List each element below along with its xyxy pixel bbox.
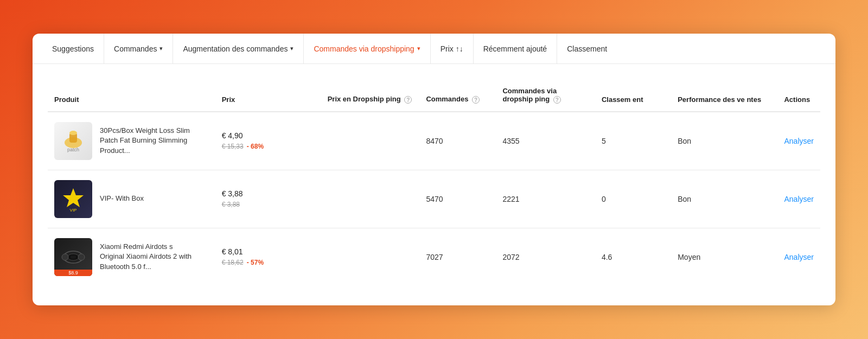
nav-augmentation[interactable]: Augmentation des commandes ▾ <box>173 34 304 63</box>
price-original: € 18,62 <box>222 259 244 266</box>
nav-commandes-chevron: ▾ <box>159 45 163 52</box>
price-discount: - 57% <box>247 259 264 266</box>
td-classement: 4.6 <box>595 228 671 286</box>
th-prix: Prix <box>215 79 321 112</box>
price-main: € 4,90 <box>222 131 315 140</box>
product-name: VIP- With Box <box>100 194 144 204</box>
td-prix-dropship <box>321 228 420 286</box>
analyser-button[interactable]: Analyser <box>784 253 813 261</box>
main-card: Suggestions Commandes ▾ Augmentation des… <box>33 34 835 305</box>
td-actions: Analyser <box>777 112 820 170</box>
td-actions: Analyser <box>777 170 820 228</box>
td-produit: $8.9 Xiaomi Redmi Airdots s Original Xia… <box>48 228 215 286</box>
nav-suggestions-label: Suggestions <box>52 44 94 53</box>
th-commandes-drop: Commandes via dropship ping ? <box>496 79 595 112</box>
td-commandes-drop: 2221 <box>496 170 595 228</box>
td-prix: € 3,88 € 3,88 <box>215 170 321 228</box>
nav-classement[interactable]: Classement <box>557 34 617 63</box>
price-main: € 3,88 <box>222 189 315 198</box>
td-prix-dropship <box>321 170 420 228</box>
nav-prix-label: Prix ↑↓ <box>441 44 463 53</box>
td-prix: € 4,90 € 15,33- 68% <box>215 112 321 170</box>
svg-marker-4 <box>63 188 84 207</box>
th-classement: Classem ent <box>595 79 671 112</box>
product-cell: $8.9 Xiaomi Redmi Airdots s Original Xia… <box>54 238 209 276</box>
nav-commandes[interactable]: Commandes ▾ <box>104 34 173 63</box>
price-discount: - 68% <box>247 143 264 150</box>
commandes-value: 5470 <box>426 195 443 203</box>
table-row: $8.9 Xiaomi Redmi Airdots s Original Xia… <box>48 228 820 286</box>
nav-recemment-label: Récemment ajouté <box>483 44 547 53</box>
th-produit: Produit <box>48 79 215 112</box>
commandes-value: 8470 <box>426 137 443 145</box>
td-commandes: 8470 <box>419 112 496 170</box>
td-classement: 5 <box>595 112 671 170</box>
help-icon-commandes[interactable]: ? <box>472 96 480 104</box>
commandes-drop-value: 2072 <box>502 253 519 261</box>
nav-suggestions[interactable]: Suggestions <box>48 34 104 63</box>
svg-point-9 <box>78 254 85 260</box>
td-commandes: 7027 <box>419 228 496 286</box>
product-image: VIP <box>54 180 92 218</box>
analyser-button[interactable]: Analyser <box>784 137 813 145</box>
nav-dropshipping[interactable]: Commandes via dropshipping ▾ <box>304 34 430 63</box>
classement-value: 0 <box>602 195 606 203</box>
svg-rect-10 <box>71 255 76 259</box>
td-classement: 0 <box>595 170 671 228</box>
th-prix-dropship: Prix en Dropship ping ? <box>321 79 420 112</box>
product-name: Xiaomi Redmi Airdots s Original Xiaomi A… <box>100 242 197 273</box>
td-prix: € 8,01 € 18,62- 57% <box>215 228 321 286</box>
help-icon-commandes-drop[interactable]: ? <box>553 96 561 104</box>
price-original: € 15,33 <box>222 143 244 150</box>
td-performance: Bon <box>671 170 777 228</box>
product-badge: $8.9 <box>54 270 92 276</box>
performance-value: Bon <box>678 195 691 203</box>
price-original: € 3,88 <box>222 201 240 208</box>
svg-text:VIP: VIP <box>70 208 77 213</box>
td-commandes: 5470 <box>419 170 496 228</box>
nav-bar: Suggestions Commandes ▾ Augmentation des… <box>33 34 835 64</box>
commandes-drop-value: 4355 <box>502 137 519 145</box>
product-cell: VIP VIP- With Box <box>54 180 209 218</box>
td-actions: Analyser <box>777 228 820 286</box>
td-commandes-drop: 2072 <box>496 228 595 286</box>
performance-value: Moyen <box>678 253 700 261</box>
table-row: VIP VIP- With Box € 3,88 € 3,88 5470 222… <box>48 170 820 228</box>
td-commandes-drop: 4355 <box>496 112 595 170</box>
nav-classement-label: Classement <box>567 44 607 53</box>
product-image: patch <box>54 122 92 160</box>
table-row: patch 30Pcs/Box Weight Loss Slim Patch F… <box>48 112 820 170</box>
performance-value: Bon <box>678 137 691 145</box>
nav-prix[interactable]: Prix ↑↓ <box>431 34 474 63</box>
th-performance: Performance des ve ntes <box>671 79 777 112</box>
svg-point-2 <box>69 131 77 135</box>
th-actions: Actions <box>777 79 820 112</box>
table-header-row: Produit Prix Prix en Dropship ping ? Com… <box>48 79 820 112</box>
td-produit: VIP VIP- With Box <box>48 170 215 228</box>
commandes-drop-value: 2221 <box>502 195 519 203</box>
price-main: € 8,01 <box>222 247 315 256</box>
products-table: Produit Prix Prix en Dropship ping ? Com… <box>48 79 820 286</box>
analyser-button[interactable]: Analyser <box>784 195 813 203</box>
td-performance: Bon <box>671 112 777 170</box>
svg-point-8 <box>62 254 68 260</box>
td-prix-dropship <box>321 112 420 170</box>
td-performance: Moyen <box>671 228 777 286</box>
nav-recemment[interactable]: Récemment ajouté <box>474 34 558 63</box>
nav-dropshipping-label: Commandes via dropshipping <box>314 44 414 53</box>
classement-value: 4.6 <box>602 253 612 261</box>
commandes-value: 7027 <box>426 253 443 261</box>
product-cell: patch 30Pcs/Box Weight Loss Slim Patch F… <box>54 122 209 160</box>
nav-commandes-label: Commandes <box>114 44 157 53</box>
svg-text:patch: patch <box>67 147 79 152</box>
td-produit: patch 30Pcs/Box Weight Loss Slim Patch F… <box>48 112 215 170</box>
th-commandes: Commandes ? <box>419 79 496 112</box>
classement-value: 5 <box>602 137 606 145</box>
nav-augmentation-chevron: ▾ <box>290 45 293 52</box>
product-image: $8.9 <box>54 238 92 276</box>
table-area: Produit Prix Prix en Dropship ping ? Com… <box>33 64 835 305</box>
nav-augmentation-label: Augmentation des commandes <box>183 44 288 53</box>
nav-dropshipping-chevron: ▾ <box>417 45 420 52</box>
help-icon-dropship[interactable]: ? <box>404 96 412 104</box>
product-name: 30Pcs/Box Weight Loss Slim Patch Fat Bur… <box>100 126 197 157</box>
